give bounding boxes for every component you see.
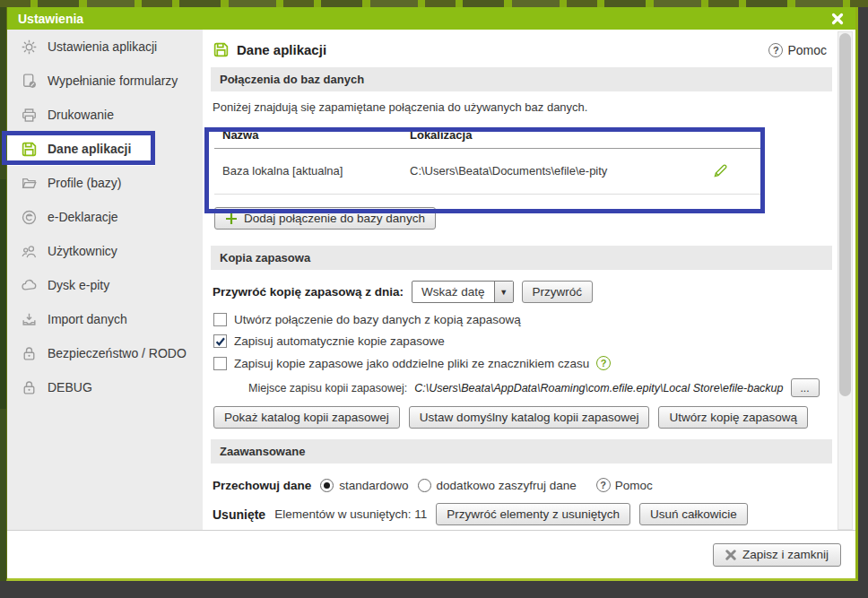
users-icon — [21, 243, 38, 260]
sidebar-item-label: Drukowanie — [48, 108, 114, 122]
restore-backup-row: Przywróć kopię zapasową z dnia: Wskaż da… — [213, 281, 832, 303]
page-title: Dane aplikacji — [237, 42, 326, 57]
dropdown-value: Wskaż datę — [412, 282, 494, 302]
deleted-count-value: 11 — [414, 507, 427, 521]
plus-icon — [225, 212, 238, 225]
sidebar-item-label: Dane aplikacji — [48, 142, 131, 156]
help-label: Pomoc — [615, 479, 653, 492]
settings-dialog: Ustawienia Ustawienia aplikacji — [6, 7, 858, 581]
deleted-items-row: Usunięte Elementów w usuniętych: 11 Przy… — [213, 503, 832, 525]
import-icon — [21, 311, 38, 328]
backup-location-label: Miejsce zapisu kopii zapasowej: — [248, 382, 407, 394]
dialog-footer: Zapisz i zamknij — [7, 530, 855, 578]
sidebar-item-label: DEBUG — [48, 380, 92, 394]
question-icon: ? — [768, 43, 783, 57]
radio-button[interactable] — [320, 479, 334, 492]
sidebar-item-uzytkownicy[interactable]: Użytkownicy — [7, 234, 203, 268]
restore-deleted-button[interactable]: Przywróć elementy z usuniętych — [436, 503, 630, 525]
e-declarations-icon — [21, 209, 38, 226]
connection-name: Baza lokalna [aktualna] — [214, 164, 410, 178]
store-data-label: Przechowuj dane — [213, 479, 311, 492]
table-row[interactable]: Baza lokalna [aktualna] C:\Users\Beata\D… — [214, 149, 763, 195]
sidebar-item-ustawienia-aplikacji[interactable]: Ustawienia aplikacji — [7, 30, 203, 64]
x-icon — [725, 550, 736, 560]
connections-description: Poniżej znajdują się zapamiętane połącze… — [213, 100, 832, 114]
sidebar: Ustawienia aplikacji Wypełnianie formula… — [7, 30, 203, 530]
deleted-count-label: Elementów w usuniętych: 11 — [274, 507, 427, 521]
table-header-row: Nazwa Lokalizacja — [214, 123, 763, 149]
sidebar-item-label: Bezpieczeństwo / RODO — [48, 346, 187, 360]
edit-pencil-icon[interactable] — [679, 161, 763, 179]
save-icon — [21, 141, 38, 158]
deleted-count-text: Elementów w usuniętych: — [274, 507, 411, 521]
sidebar-item-label: e-Deklaracje — [48, 210, 118, 224]
sidebar-item-dane-aplikacji[interactable]: Dane aplikacji — [7, 132, 155, 166]
sidebar-item-label: Wypełnianie formularzy — [48, 74, 178, 88]
sidebar-item-wypelnianie-formularzy[interactable]: Wypełnianie formularzy — [7, 64, 203, 98]
checkbox[interactable] — [213, 334, 227, 348]
printer-icon — [21, 107, 38, 124]
content-panel: Dane aplikacji ? Pomoc Połączenia do baz… — [203, 30, 855, 530]
lock-icon — [21, 379, 38, 396]
checkbox[interactable] — [213, 357, 227, 370]
sidebar-item-e-deklaracje[interactable]: e-Deklaracje — [7, 200, 203, 234]
checkbox-row-timestamp-files: Zapisuj kopie zapasowe jako oddzielne pl… — [213, 356, 832, 370]
radio-label: standardowo — [339, 479, 408, 492]
sidebar-item-label: Dysk e-pity — [48, 278, 109, 292]
dialog-titlebar: Ustawienia — [7, 7, 855, 30]
column-header-location: Lokalizacja — [410, 128, 650, 142]
cloud-icon — [21, 277, 38, 294]
sidebar-item-import-danych[interactable]: Import danych — [7, 302, 203, 336]
sidebar-item-bezpieczenstwo-rodo[interactable]: Bezpieczeństwo / RODO — [7, 336, 203, 370]
scrollbar-thumb[interactable] — [839, 33, 851, 396]
backup-location-path: C:\Users\Beata\AppData\Roaming\com.efile… — [414, 382, 783, 394]
browse-button[interactable]: ... — [791, 378, 820, 397]
radio-button[interactable] — [418, 479, 431, 492]
sidebar-item-profile-bazy[interactable]: Profile (bazy) — [7, 166, 203, 200]
sidebar-item-debug[interactable]: DEBUG — [7, 370, 203, 404]
radio-option-standard[interactable]: standardowo — [320, 479, 408, 492]
form-pencil-icon — [21, 73, 38, 90]
sidebar-item-label: Profile (bazy) — [48, 176, 121, 190]
section-header-advanced: Zaawansowane — [211, 439, 832, 464]
radio-option-encrypted[interactable]: dodatkowo zaszyfruj dane — [418, 479, 577, 492]
create-backup-button[interactable]: Utwórz kopię zapasową — [658, 406, 808, 429]
checkbox[interactable] — [213, 313, 227, 326]
checkbox-label: Zapisuj automatycznie kopie zapasowe — [234, 334, 445, 348]
dialog-main: Ustawienia aplikacji Wypełnianie formula… — [7, 30, 855, 530]
checkbox-row-auto-backup: Zapisuj automatycznie kopie zapasowe — [213, 334, 832, 348]
save-close-label: Zapisz i zamknij — [742, 548, 829, 561]
sidebar-item-dysk-e-pity[interactable]: Dysk e-pity — [7, 268, 203, 302]
folder-icon — [21, 175, 38, 192]
set-default-dir-button[interactable]: Ustaw domyślny katalog kopii zapasowej — [409, 406, 650, 429]
backup-buttons-row: Pokaż katalog kopii zapasowej Ustaw domy… — [213, 406, 832, 429]
column-header-actions — [650, 128, 763, 142]
checkbox-label: Utwórz połączenie do bazy danych z kopią… — [234, 313, 521, 326]
restore-button[interactable]: Przywróć — [522, 281, 594, 303]
section-header-connections: Połączenia do baz danych — [211, 67, 832, 91]
show-backup-dir-button[interactable]: Pokaż katalog kopii zapasowej — [213, 406, 400, 429]
save-icon — [213, 41, 230, 58]
add-connection-label: Dodaj połączenie do bazy danych — [244, 212, 425, 225]
store-data-row: Przechowuj dane standardowo dodatkowo za… — [213, 478, 832, 492]
background-left-strip — [0, 7, 6, 581]
close-icon[interactable] — [830, 12, 845, 26]
radio-label: dodatkowo zaszyfruj dane — [437, 479, 577, 492]
checkbox-label: Zapisuj kopie zapasowe jako oddzielne pl… — [234, 357, 589, 370]
sidebar-item-drukowanie[interactable]: Drukowanie — [7, 98, 203, 132]
advanced-help-link[interactable]: ? Pomoc — [596, 478, 653, 492]
help-link[interactable]: ? Pomoc — [768, 43, 827, 57]
scrollbar-track[interactable] — [838, 31, 853, 530]
backup-date-dropdown[interactable]: Wskaż datę ▼ — [412, 281, 514, 303]
backup-location-row: Miejsce zapisu kopii zapasowej: C:\Users… — [248, 378, 832, 397]
add-connection-button[interactable]: Dodaj połączenie do bazy danych — [214, 207, 436, 230]
sidebar-item-label: Ustawienia aplikacji — [48, 39, 157, 54]
lock-icon — [21, 345, 38, 362]
save-close-button[interactable]: Zapisz i zamknij — [713, 543, 841, 567]
sidebar-item-label: Import danych — [48, 312, 127, 326]
background-app-strip — [0, 0, 868, 7]
checkbox-row-create-connection: Utwórz połączenie do bazy danych z kopią… — [213, 313, 832, 326]
help-question-icon[interactable]: ? — [596, 356, 611, 370]
delete-all-button[interactable]: Usuń całkowicie — [639, 503, 748, 525]
question-icon: ? — [596, 478, 611, 492]
